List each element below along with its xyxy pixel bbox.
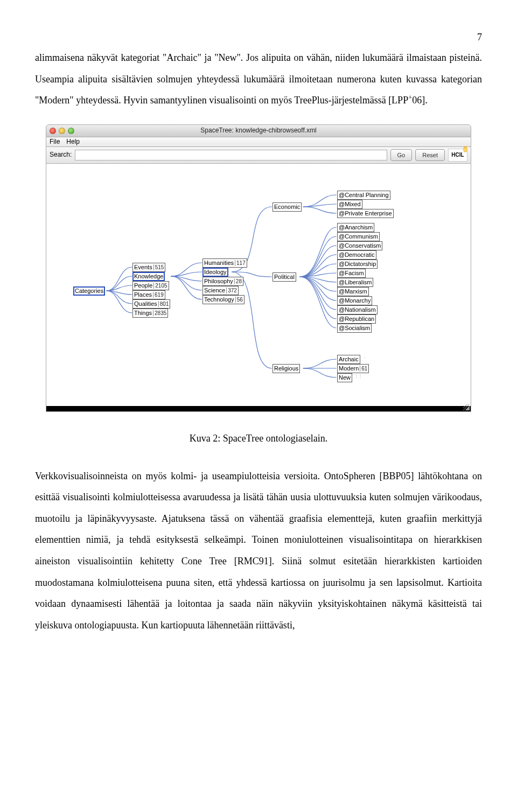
tree-node[interactable]: Knowledge — [132, 272, 165, 281]
node-label: Archaic — [339, 356, 359, 362]
tree-node[interactable]: Qualities801 — [132, 299, 170, 309]
node-label: Science — [204, 287, 225, 293]
node-count: 56 — [235, 297, 243, 303]
page-number: 7 — [35, 32, 482, 42]
tree-node[interactable]: Science372 — [202, 286, 239, 295]
tree-node[interactable]: Ideology — [202, 268, 228, 277]
tree-node[interactable]: @Mixed — [337, 200, 362, 209]
figure-2: SpaceTree: knowledge-chibrowseoff.xml Fi… — [35, 124, 482, 450]
node-label: Technology — [204, 296, 234, 303]
tree-node[interactable]: Modern61 — [337, 364, 369, 373]
node-count: 372 — [226, 288, 237, 293]
node-label: Knowledge — [134, 273, 163, 279]
hcil-logo-text: HCIL — [451, 152, 464, 158]
node-label: @Socialism — [339, 325, 370, 331]
node-label: People — [134, 282, 152, 289]
node-label: @Democratic — [339, 251, 375, 258]
reset-button[interactable]: Reset — [415, 149, 445, 161]
node-label: @Conservatism — [339, 242, 381, 249]
node-count: 515 — [153, 264, 164, 270]
node-label: Events — [134, 264, 152, 270]
node-count: 28 — [234, 278, 242, 284]
menu-file[interactable]: File — [50, 138, 60, 145]
node-label: @Republican — [339, 316, 374, 322]
node-count: 2105 — [153, 283, 167, 289]
node-label: Qualities — [134, 300, 157, 307]
tree-node[interactable]: @Communism — [337, 232, 380, 241]
tree-node[interactable]: @Anarchism — [337, 223, 374, 232]
node-label: @Monarchy — [339, 297, 371, 304]
tree-node-categories[interactable]: Categories — [73, 286, 105, 296]
window-title: SpaceTree: knowledge-chibrowseoff.xml — [46, 127, 471, 134]
search-label: Search: — [50, 151, 72, 158]
node-count: 61 — [360, 366, 367, 372]
tree-node[interactable]: Humanities117 — [202, 258, 247, 268]
spacetree-screenshot: SpaceTree: knowledge-chibrowseoff.xml Fi… — [46, 124, 471, 412]
node-label: Categories — [75, 288, 103, 294]
node-label: Economic — [274, 204, 300, 210]
tree-node[interactable]: @Republican — [337, 314, 376, 324]
node-label: Things — [134, 310, 152, 316]
go-button[interactable]: Go — [390, 149, 413, 161]
tree-node[interactable]: Technology56 — [202, 295, 244, 304]
tree-node[interactable]: Political — [273, 272, 296, 282]
node-label: Places — [134, 291, 152, 298]
node-label: Philosophy — [204, 278, 233, 284]
resize-handle-icon[interactable] — [463, 404, 470, 410]
tree-node[interactable]: New — [337, 373, 352, 382]
node-label: New — [339, 374, 351, 381]
tree-node[interactable]: Events515 — [132, 263, 165, 272]
paragraph-1: alimmaisena näkyvät kategoriat "Archaic"… — [35, 47, 482, 111]
subtree-dots-icon: · — [364, 356, 365, 361]
node-label: @Mixed — [339, 201, 361, 207]
search-input[interactable] — [75, 150, 387, 160]
status-bar — [46, 406, 471, 411]
node-count: 801 — [158, 301, 169, 307]
tree-node[interactable]: Religious — [273, 364, 300, 373]
tree-node[interactable]: Economic — [273, 202, 302, 212]
tree-node[interactable]: @Dictatorship — [337, 260, 378, 269]
flame-icon — [463, 146, 467, 152]
node-label: @Anarchism — [339, 224, 373, 230]
node-label: Religious — [274, 365, 298, 372]
hcil-logo: HCIL — [448, 149, 467, 162]
tree-node[interactable]: @Monarchy — [337, 296, 372, 305]
tree-node[interactable]: @Socialism — [337, 324, 372, 333]
tree-node[interactable]: @Conservatism — [337, 241, 382, 250]
node-label: @Nationalism — [339, 306, 376, 313]
subtree-dots-icon: ⋮⋮ — [354, 374, 362, 379]
tree-node[interactable]: @Democratic — [337, 250, 376, 260]
tree-node[interactable]: Archaic — [337, 355, 360, 364]
node-label: Political — [274, 274, 295, 280]
tree-node[interactable]: Things2835 — [132, 309, 168, 318]
search-toolbar: Search: Go Reset HCIL — [46, 147, 471, 164]
tree-node[interactable]: @Marxism — [337, 287, 369, 296]
tree-canvas[interactable]: Categories Events515 Knowledge People210… — [46, 164, 471, 412]
tree-node[interactable]: @Central Planning — [337, 191, 390, 200]
figure-caption: Kuva 2: SpaceTree ontologiaselain. — [35, 428, 482, 450]
tree-node[interactable]: @Nationalism — [337, 305, 378, 314]
node-count: 619 — [153, 292, 164, 298]
menu-help[interactable]: Help — [66, 138, 80, 145]
node-label: @Dictatorship — [339, 261, 376, 267]
node-label: @Private Enterprise — [339, 210, 392, 216]
node-label: Humanities — [204, 260, 234, 266]
paragraph-2: Verkkovisualisoinneista on myös kolmi- j… — [35, 466, 482, 636]
tree-node[interactable]: @Liberalism — [337, 278, 373, 287]
node-count: 2835 — [153, 310, 166, 316]
node-label: @Marxism — [339, 288, 367, 295]
node-label: Ideology — [204, 269, 227, 275]
node-label: @Facism — [339, 270, 364, 276]
menu-bar: File Help — [46, 137, 471, 147]
tree-node[interactable]: @Facism — [337, 269, 366, 278]
tree-node[interactable]: Places619 — [132, 290, 165, 299]
tree-node[interactable]: People2105 — [132, 281, 169, 290]
node-label: @Liberalism — [339, 279, 372, 285]
node-label: @Central Planning — [339, 192, 389, 198]
node-count: 117 — [235, 260, 246, 266]
window-titlebar: SpaceTree: knowledge-chibrowseoff.xml — [46, 124, 471, 137]
node-label: Modern — [339, 365, 359, 372]
tree-node[interactable]: Philosophy28 — [202, 277, 243, 286]
node-label: @Communism — [339, 233, 378, 240]
tree-node[interactable]: @Private Enterprise — [337, 209, 394, 218]
